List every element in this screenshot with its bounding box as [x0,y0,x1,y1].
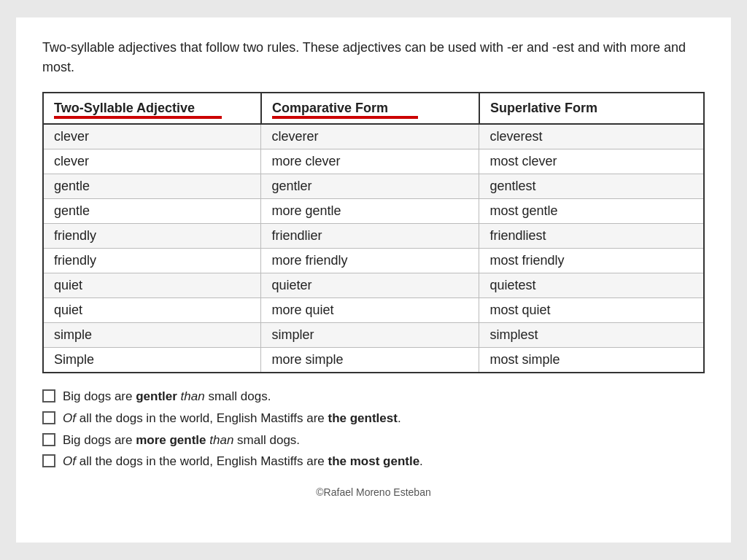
table-row: friendlymore friendlymost friendly [43,249,704,273]
bullet-item-3: Big dogs are more gentle than small dogs… [42,432,705,449]
bullet-text-3: Big dogs are more gentle than small dogs… [63,432,300,449]
table-row: simplesimplersimplest [43,323,704,348]
table-cell-7-0: quiet [43,298,261,323]
table-cell-2-2: gentlest [479,174,704,199]
intro-text: Two-syllable adjectives that follow two … [42,38,705,77]
table-cell-1-0: clever [43,149,261,174]
table-cell-3-1: more gentle [261,199,479,224]
checkbox-icon-2 [42,411,55,424]
table-cell-6-2: quietest [479,273,704,298]
table-cell-8-1: simpler [261,323,479,348]
table-row: quietquieterquietest [43,273,704,298]
table-cell-5-2: most friendly [479,249,704,273]
table-cell-1-1: more clever [261,149,479,174]
table-cell-6-0: quiet [43,273,261,298]
table-cell-4-2: friendliest [479,224,704,249]
table-row: clevermore clevermost clever [43,149,704,174]
table-cell-4-1: friendlier [261,224,479,249]
header-comparative: Comparative Form [261,93,479,124]
table-row: Simplemore simplemost simple [43,348,704,373]
table-row: quietmore quietmost quiet [43,298,704,323]
table-cell-8-2: simplest [479,323,704,348]
table-cell-7-2: most quiet [479,298,704,323]
table-cell-7-1: more quiet [261,298,479,323]
table-cell-9-1: more simple [261,348,479,373]
table-cell-1-2: most clever [479,149,704,174]
table-cell-0-1: cleverer [261,124,479,149]
table-row: gentlegentlergentlest [43,174,704,199]
red-underline-1 [54,116,222,119]
table-row: friendlyfriendlierfriendliest [43,224,704,249]
header-adjective: Two-Syllable Adjective [43,93,261,124]
red-underline-2 [272,116,418,119]
bullet-item-1: Big dogs are gentler than small dogs. [42,388,705,405]
slide-container: Two-syllable adjectives that follow two … [16,18,731,542]
table-cell-9-2: most simple [479,348,704,373]
table-cell-0-2: cleverest [479,124,704,149]
table-cell-3-0: gentle [43,199,261,224]
table-cell-8-0: simple [43,323,261,348]
bullet-text-2: Of all the dogs in the world, English Ma… [63,410,401,427]
copyright-text: ©Rafael Moreno Esteban [42,486,705,498]
table-cell-5-0: friendly [43,249,261,273]
adjectives-table: Two-Syllable Adjective Comparative Form … [42,92,705,373]
bullet-item-4: Of all the dogs in the world, English Ma… [42,453,705,470]
checkbox-icon-4 [42,454,55,467]
checkbox-icon-1 [42,389,55,402]
table-cell-2-0: gentle [43,174,261,199]
table-cell-6-1: quieter [261,273,479,298]
header-superlative: Superlative Form [479,93,704,124]
table-cell-5-1: more friendly [261,249,479,273]
table-cell-9-0: Simple [43,348,261,373]
bullet-text-1: Big dogs are gentler than small dogs. [63,388,271,405]
checkbox-icon-3 [42,433,55,446]
table-cell-2-1: gentler [261,174,479,199]
table-row: clevercleverercleverest [43,124,704,149]
table-cell-3-2: most gentle [479,199,704,224]
bullets-section: Big dogs are gentler than small dogs. Of… [42,388,705,470]
table-cell-4-0: friendly [43,224,261,249]
bullet-text-4: Of all the dogs in the world, English Ma… [63,453,423,470]
table-row: gentlemore gentlemost gentle [43,199,704,224]
table-cell-0-0: clever [43,124,261,149]
bullet-item-2: Of all the dogs in the world, English Ma… [42,410,705,427]
